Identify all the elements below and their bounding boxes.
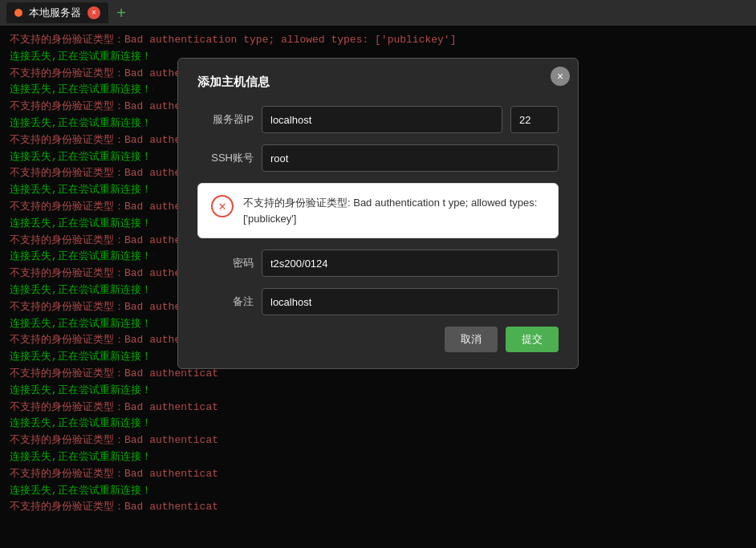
server-tab[interactable]: 本地服务器 ×	[6, 2, 108, 23]
server-ip-input[interactable]	[262, 106, 502, 133]
server-ip-label: 服务器IP	[197, 112, 254, 127]
ssh-account-row: SSH账号	[197, 144, 559, 172]
close-icon: ×	[91, 9, 96, 18]
error-toast: ✕ 不支持的身份验证类型: Bad authentication t ype; …	[197, 183, 559, 238]
note-label: 备注	[197, 294, 254, 309]
dialog-footer: 取消 提交	[197, 327, 559, 352]
submit-button[interactable]: 提交	[506, 327, 559, 352]
dialog-title: 添加主机信息	[197, 75, 559, 90]
tab-close-button[interactable]: ×	[87, 6, 100, 19]
ssh-account-input[interactable]	[262, 144, 559, 172]
server-tab-label: 本地服务器	[29, 6, 81, 20]
password-row: 密码	[197, 250, 559, 277]
dialog-close-button[interactable]: ×	[551, 67, 570, 86]
password-input[interactable]	[262, 250, 559, 277]
tab-status-dot	[14, 9, 22, 17]
error-message: 不支持的身份验证类型: Bad authentication t ype; al…	[243, 195, 545, 226]
error-icon: ✕	[211, 195, 234, 217]
server-ip-row: 服务器IP	[197, 106, 559, 133]
note-row: 备注	[197, 288, 559, 315]
add-host-dialog: 添加主机信息 × 服务器IP SSH账号 ✕ 不支持的身份验证类型: Bad a…	[177, 58, 579, 369]
port-input[interactable]	[510, 106, 559, 133]
ssh-account-label: SSH账号	[197, 151, 254, 165]
tab-bar: 本地服务器 × +	[0, 0, 756, 26]
add-tab-button[interactable]: +	[112, 3, 131, 22]
cancel-button[interactable]: 取消	[445, 327, 498, 352]
password-label: 密码	[197, 256, 254, 270]
note-input[interactable]	[262, 288, 559, 315]
dialog-overlay: 添加主机信息 × 服务器IP SSH账号 ✕ 不支持的身份验证类型: Bad a…	[0, 26, 756, 548]
